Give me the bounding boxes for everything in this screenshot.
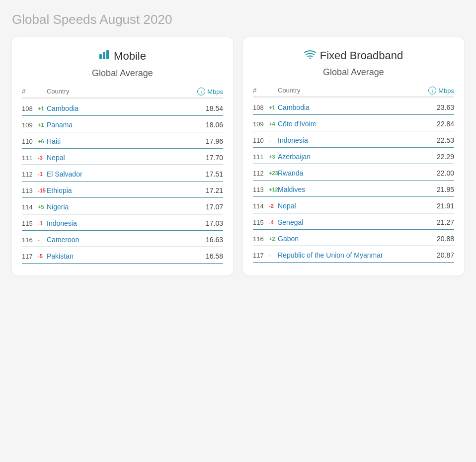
broadband-col-country: Country — [278, 87, 414, 94]
mobile-title-text: Mobile — [114, 50, 146, 63]
broadband-title-text: Fixed Broadband — [320, 49, 403, 62]
row-country: Nepal — [278, 202, 414, 210]
row-rank-cell: 114 +5 — [22, 203, 47, 211]
row-mbps: 22.29 — [414, 153, 454, 161]
row-country: Indonesia — [278, 136, 414, 144]
table-row: 109 +4 Côte d'Ivoire 22.84 — [253, 115, 454, 131]
row-country: Haiti — [47, 137, 183, 145]
table-row: 109 +1 Panama 18.06 — [22, 116, 223, 132]
row-rank: 116 — [22, 236, 36, 244]
svg-rect-0 — [99, 54, 102, 59]
row-rank-cell: 117 -5 — [22, 253, 47, 260]
mobile-col-country: Country — [47, 88, 183, 95]
row-country: Ethiopia — [47, 186, 183, 194]
row-rank-cell: 113 -15 — [22, 187, 47, 194]
row-mbps: 18.06 — [183, 121, 223, 129]
table-row: 112 -1 El Salvador 17.51 — [22, 165, 223, 182]
row-rank-cell: 108 +1 — [253, 104, 278, 111]
page-title: Global Speeds August 2020 — [12, 12, 464, 27]
row-rank-cell: 111 -3 — [22, 154, 47, 162]
row-rank-cell: 109 +4 — [253, 120, 278, 128]
table-row: 110 +6 Haiti 17.96 — [22, 132, 223, 149]
table-row: 111 -3 Nepal 17.70 — [22, 149, 223, 165]
row-rank: 114 — [253, 202, 267, 210]
mobile-panel-title: Mobile — [22, 49, 223, 63]
row-rank: 112 — [22, 171, 36, 178]
mobile-col-hash: # — [22, 88, 47, 95]
svg-rect-2 — [106, 50, 109, 59]
row-country: Cambodia — [278, 103, 414, 111]
row-mbps: 17.07 — [183, 203, 223, 211]
row-mbps: 22.53 — [414, 136, 454, 144]
row-rank: 111 — [253, 153, 267, 161]
broadband-global-avg: Global Average — [253, 67, 454, 78]
table-row: 113 -15 Ethiopia 17.21 — [22, 182, 223, 198]
broadband-panel-header: Fixed Broadband Global Average — [253, 49, 454, 78]
row-mbps: 20.88 — [414, 235, 454, 243]
table-row: 117 -5 Pakistan 16.58 — [22, 247, 223, 264]
row-country: Nigeria — [47, 203, 183, 211]
table-row: 115 -1 Indonesia 17.03 — [22, 214, 223, 231]
table-row: 115 -4 Senegal 21.27 — [253, 213, 454, 230]
row-country: Cambodia — [47, 104, 183, 112]
row-mbps: 20.87 — [414, 251, 454, 259]
broadband-col-hash: # — [253, 87, 278, 94]
row-mbps: 18.54 — [183, 104, 223, 112]
row-rank: 114 — [22, 203, 36, 211]
row-country: Republic of the Union of Myanmar — [278, 251, 414, 259]
table-row: 114 +5 Nigeria 17.07 — [22, 198, 223, 214]
row-rank: 112 — [253, 170, 267, 177]
row-country: Senegal — [278, 218, 414, 226]
row-rank: 111 — [22, 154, 36, 162]
row-mbps: 16.63 — [183, 236, 223, 244]
row-country: Cameroon — [47, 236, 183, 244]
row-rank-cell: 110 +6 — [22, 138, 47, 145]
row-country: Pakistan — [47, 252, 183, 260]
mobile-table: 108 +1 Cambodia 18.54 109 +1 Panama 18.0… — [22, 99, 223, 264]
row-rank: 108 — [22, 105, 36, 112]
row-rank: 108 — [253, 104, 267, 111]
broadband-col-headers: # Country ↓ Mbps — [253, 85, 454, 97]
svg-point-3 — [309, 58, 311, 59]
mobile-global-avg: Global Average — [22, 68, 223, 79]
row-rank: 113 — [22, 187, 36, 194]
table-row: 114 -2 Nepal 21.91 — [253, 197, 454, 213]
row-rank: 117 — [253, 252, 267, 259]
row-rank-cell: 112 -1 — [22, 171, 47, 178]
row-rank-cell: 112 +23 — [253, 170, 278, 177]
row-country: Nepal — [47, 154, 183, 162]
row-rank-cell: 110 - — [253, 137, 278, 144]
mobile-panel: Mobile Global Average # Country ↓ Mbps 1… — [12, 37, 233, 276]
row-country: Maldives — [278, 185, 414, 193]
broadband-mbps-arrow-icon: ↓ — [428, 87, 436, 94]
svg-rect-1 — [103, 52, 105, 59]
row-country: Azerbaijan — [278, 153, 414, 161]
row-mbps: 17.21 — [183, 186, 223, 194]
row-rank-cell: 115 -4 — [253, 219, 278, 226]
row-mbps: 21.27 — [414, 218, 454, 226]
table-row: 108 +1 Cambodia 23.63 — [253, 98, 454, 115]
row-rank: 113 — [253, 186, 267, 193]
row-country: Indonesia — [47, 219, 183, 227]
row-mbps: 21.95 — [414, 185, 454, 193]
mobile-col-headers: # Country ↓ Mbps — [22, 86, 223, 98]
row-mbps: 21.91 — [414, 202, 454, 210]
broadband-table: 108 +1 Cambodia 23.63 109 +4 Côte d'Ivoi… — [253, 98, 454, 263]
panels-container: Mobile Global Average # Country ↓ Mbps 1… — [12, 37, 464, 276]
row-rank-cell: 113 +12 — [253, 186, 278, 193]
row-rank-cell: 108 +1 — [22, 105, 47, 112]
table-row: 116 - Cameroon 16.63 — [22, 231, 223, 247]
row-country: El Salvador — [47, 170, 183, 178]
row-rank-cell: 114 -2 — [253, 202, 278, 210]
row-mbps: 22.84 — [414, 120, 454, 128]
row-rank-cell: 116 - — [22, 236, 47, 244]
table-row: 113 +12 Maldives 21.95 — [253, 181, 454, 197]
table-row: 116 +2 Gabon 20.88 — [253, 230, 454, 246]
broadband-panel: Fixed Broadband Global Average # Country… — [243, 37, 464, 276]
row-rank: 117 — [22, 253, 36, 260]
table-row: 112 +23 Rwanda 22.00 — [253, 164, 454, 181]
row-country: Gabon — [278, 235, 414, 243]
row-mbps: 16.58 — [183, 252, 223, 260]
row-rank-cell: 111 +3 — [253, 153, 278, 161]
table-row: 110 - Indonesia 22.53 — [253, 131, 454, 148]
